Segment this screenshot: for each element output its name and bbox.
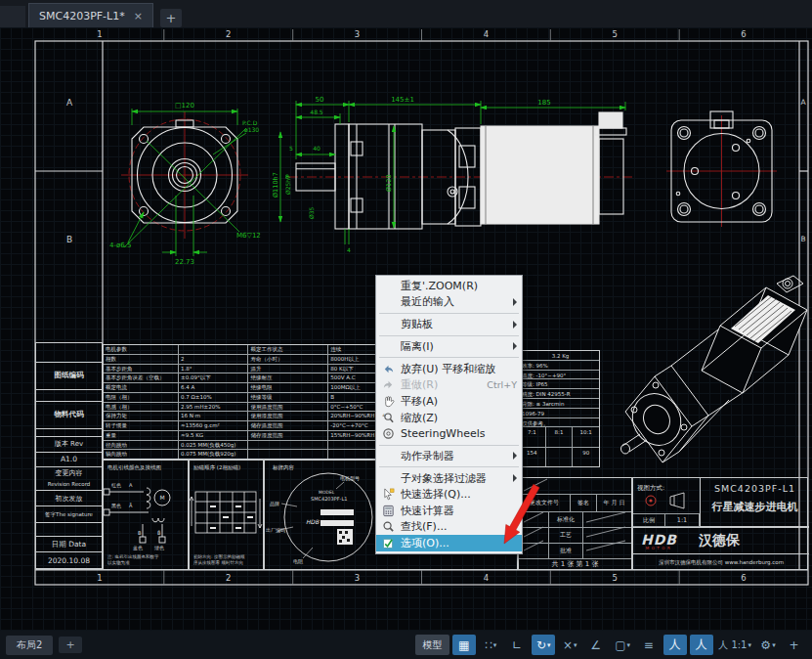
date-value: 2020.10.08 (36, 551, 102, 569)
dim-48-5: 48.5 (310, 109, 323, 115)
status-customize-button[interactable]: + (783, 635, 806, 655)
status-glyph: 模型 (422, 638, 442, 652)
date-header: 年 月 日 (597, 495, 631, 511)
param-value: 16 N·m (179, 412, 248, 420)
caret-icon: ▾ (547, 641, 551, 649)
ratio-value (546, 448, 574, 466)
gear-row: 1096-79 (519, 408, 599, 417)
annotation-scale-button[interactable]: 人 1:1 ▾ (716, 635, 753, 655)
menu-item-subobject-filter[interactable]: 子对象选择过滤器 (376, 470, 522, 487)
annotation-autoscale-button[interactable]: 人 (690, 635, 713, 655)
zone-number: 4 (421, 29, 550, 41)
menu-item-isolate[interactable]: 隔离(I) (376, 338, 522, 355)
status-glyph: 人 (669, 637, 681, 653)
new-tab-button[interactable]: + (160, 9, 182, 27)
menu-item-options[interactable]: 选项(O)... (376, 535, 522, 551)
param-label: 轴向跳动 (104, 450, 179, 459)
hdb-logo-sub: MOTOR (641, 546, 677, 550)
menu-item-steeringwheels[interactable]: SteeringWheels (376, 425, 522, 442)
param-label-2: 绝缘等级 (248, 393, 328, 402)
model-space-button[interactable]: 模型 (415, 635, 449, 655)
dynamic-input-button[interactable]: ▢ ▾ (611, 635, 634, 655)
options-checkbox-icon (376, 537, 401, 549)
menu-item-find[interactable]: 查找(F)... (376, 519, 522, 536)
quick-select-icon (376, 488, 401, 501)
snap-mode-button[interactable]: ∷ ▾ (479, 635, 502, 655)
tabbar-corner (0, 6, 25, 27)
part-number: SMC4203PF-L1 (701, 483, 809, 494)
param-value: ±0.09°以下 (179, 373, 248, 382)
param-value: 2 (179, 355, 248, 364)
layout-tabbar: 布局2 + (6, 636, 82, 655)
menu-item-repeat-zoom[interactable]: 重复'.ZOOM(R) (376, 278, 522, 294)
context-menu: 重复'.ZOOM(R) 最近的输入 剪贴板 隔离(I) 放弃(U) 平移和缩放 … (375, 275, 523, 554)
document-tab[interactable]: SMC4203PF-L1* × (28, 3, 153, 27)
gear-row: 效率: 96% (519, 360, 599, 370)
param-label-2: 额定工作状态 (248, 345, 328, 354)
zone-number: 4 (421, 573, 550, 585)
param-label: 转子惯量 (104, 421, 179, 430)
menu-item-undo[interactable]: 放弃(U) 平移和缩放 (376, 361, 522, 377)
param-label: 重量 (104, 431, 179, 440)
zone-number: 5 (550, 573, 679, 585)
param-label: 基本步距角误差（空载） (104, 373, 179, 382)
zone-number: 6 (679, 29, 808, 41)
scale-label: 比例 (633, 513, 665, 527)
tab-close-icon[interactable]: × (134, 10, 143, 22)
menu-separator (379, 357, 519, 358)
menu-item-pan[interactable]: 平移(A) (376, 393, 522, 410)
customization-gear-button[interactable]: ⚙ ▾ (756, 635, 780, 655)
part-name: 行星减速步进电机 (701, 500, 809, 514)
undo-icon (376, 363, 401, 375)
annotation-visibility-button[interactable]: 人 (663, 635, 687, 655)
revision-strip: 图纸编码 物料代码 版本 Rev A1.0 变更内容 Revision Reco… (35, 342, 103, 570)
dim-holes: 4-ø6.5 (109, 242, 131, 249)
dim-pilot: Ø110h7 (272, 172, 279, 198)
status-glyph: 人 1:1 (718, 638, 747, 652)
side-view: 50 48.5 145±1 185 5 40 Ø25h7 Ø35 Ø120 4 (284, 96, 635, 253)
zone-number: 2 (164, 29, 293, 41)
gear-row: 等级: IP65 (519, 378, 599, 388)
param-label-2: 寿命（小时） (248, 355, 328, 364)
param-label: 基本步距角 (104, 365, 179, 373)
menu-item-quick-calc[interactable]: 快速计算器 (376, 503, 522, 519)
sequence-note-1: 初始方向: 按图示的励磁顺 (193, 554, 244, 559)
polar-tracking-button[interactable]: ↻ ▾ (532, 635, 555, 655)
menu-item-quick-select[interactable]: 快速选择(Q)... (376, 486, 522, 503)
wiring-note-2: 以实物为准 (107, 560, 130, 565)
lineweight-button[interactable]: ≡ (637, 635, 661, 655)
menu-item-clipboard[interactable]: 剪贴板 (376, 316, 522, 332)
zone-number: 1 (35, 573, 164, 585)
approve-label: 批准 (549, 544, 583, 558)
change-file-header: 更改文件号 (519, 495, 571, 511)
caret-icon: ▾ (627, 641, 631, 649)
zone-number: 5 (550, 29, 679, 41)
param-label: 径向跳动 (104, 441, 179, 450)
object-snap-tracking-button[interactable]: × ▾ (558, 635, 581, 655)
rev-label: 版本 Rev (36, 436, 102, 453)
layout-add-button[interactable]: + (59, 637, 81, 653)
param-value: 1.8° (179, 365, 248, 373)
param-label-2: 使用温度范围 (248, 403, 328, 412)
gear-ratio-values: 15490 (519, 447, 599, 466)
ortho-mode-button[interactable]: ∟ (505, 635, 529, 655)
grid-display-button[interactable]: ▦ (452, 635, 476, 655)
menu-item-action-recorder[interactable]: 动作录制器 (376, 448, 522, 464)
layout-tab[interactable]: 布局2 (6, 636, 53, 655)
object-snap-button[interactable]: ∠ (584, 635, 608, 655)
dim-40: 40 (313, 145, 321, 152)
dim-shaft: Ø25h7 (284, 175, 291, 195)
param-value: ≈13560 g.cm² (179, 421, 248, 430)
wiring-panel: 电机引线颜色及接线图 注: 电机引出线颜色和数字 以实物为准 (103, 460, 189, 570)
status-glyph: × (563, 638, 573, 652)
status-glyph: ▦ (458, 638, 469, 652)
titleblock-middle: 更改文件号 签名 年 月 日 标准化 工艺 批准 共 1 张 第 1 张 (518, 477, 632, 570)
dim-50: 50 (316, 96, 324, 104)
titleblock-right: 视图方式: 比例 1:1 SMC4203PF-L1 行星减速步进电机 HDB M… (632, 477, 808, 570)
param-value: 6.4 A (179, 383, 248, 392)
menu-item-zoom[interactable]: ± 缩放(Z) (376, 410, 522, 426)
autocad-window: SMC4203PF-L1* × + (0, 0, 812, 659)
submenu-arrow-icon (513, 342, 517, 350)
rear-view (666, 111, 777, 227)
menu-item-recent-input[interactable]: 最近的输入 (376, 294, 522, 311)
